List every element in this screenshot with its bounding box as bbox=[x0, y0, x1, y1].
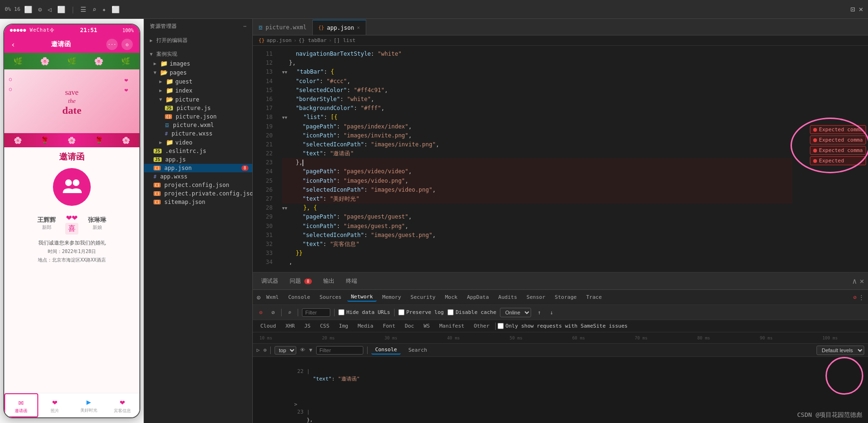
file-project-private-config[interactable]: {} project.private.config.json bbox=[144, 189, 252, 198]
eye-icon[interactable]: 👁 bbox=[300, 347, 305, 353]
console-tab-btn[interactable]: Console bbox=[371, 346, 401, 355]
devtools-record-btn[interactable]: ⊙ bbox=[257, 294, 260, 301]
network-tab-wxml[interactable]: Wxml bbox=[262, 293, 283, 301]
network-tab-storage[interactable]: Storage bbox=[551, 293, 580, 301]
network-tab-audits[interactable]: Audits bbox=[495, 293, 521, 301]
filter-ws[interactable]: WS bbox=[420, 322, 434, 330]
file-sitemap[interactable]: {} sitemap.json bbox=[144, 198, 252, 206]
devtools-tab-output[interactable]: 输出 bbox=[318, 275, 339, 287]
folder-index[interactable]: 📁 index bbox=[144, 86, 252, 95]
context-select[interactable]: top bbox=[275, 346, 296, 355]
section-open-editors[interactable]: 打开的编辑器 bbox=[144, 35, 252, 45]
search-tab-btn[interactable]: Search bbox=[404, 346, 431, 354]
hide-data-urls-checkbox[interactable] bbox=[338, 309, 344, 315]
hide-data-urls-checkbox-label[interactable]: Hide data URLs bbox=[338, 309, 390, 315]
devtools-tab-issues[interactable]: 问题 8 bbox=[285, 275, 317, 287]
network-tab-sensor[interactable]: Sensor bbox=[523, 293, 549, 301]
network-tab-memory[interactable]: Memory bbox=[378, 293, 405, 301]
filter-input[interactable] bbox=[302, 308, 330, 317]
filter-font[interactable]: Font bbox=[379, 322, 399, 330]
filter-media[interactable]: Media bbox=[354, 322, 377, 330]
network-tab-security[interactable]: Security bbox=[407, 293, 439, 301]
devtools-close-btn[interactable]: × bbox=[859, 277, 864, 286]
network-settings-icon[interactable]: ⋮ bbox=[859, 294, 864, 301]
record-btn[interactable]: ⊙ bbox=[257, 308, 265, 317]
disable-cache-checkbox-label[interactable]: Disable cache bbox=[447, 309, 496, 315]
console-circle-icon[interactable]: ⊙ bbox=[264, 347, 267, 353]
network-tab-console[interactable]: Console bbox=[284, 293, 314, 301]
console-left-icon[interactable]: ▷ bbox=[257, 347, 260, 353]
console-content[interactable]: 22 | "text": "邀请函" > 23 | }, ^ 24 | "pag… bbox=[253, 357, 868, 423]
devtools-tab-debugger[interactable]: 调试器 bbox=[257, 275, 283, 287]
close-tab-btn[interactable]: × bbox=[357, 25, 360, 30]
disable-cache-checkbox[interactable] bbox=[447, 309, 454, 315]
file-eslintrc[interactable]: JS .eslintrc.js bbox=[144, 147, 252, 155]
folder-images[interactable]: 📁 images bbox=[144, 59, 252, 68]
window-minimize[interactable]: ⊡ bbox=[851, 5, 855, 14]
toolbar-icon-4[interactable]: ⬜ bbox=[57, 6, 65, 13]
toolbar-icon-3[interactable]: ◁ bbox=[48, 6, 52, 13]
stop-btn[interactable]: ⊘ bbox=[269, 308, 277, 317]
folder-pages[interactable]: 📂 pages bbox=[144, 68, 252, 77]
file-app-js[interactable]: JS app.js bbox=[144, 155, 252, 164]
devtools-expand-btn[interactable]: ∧ bbox=[852, 277, 857, 286]
filter-cloud[interactable]: Cloud bbox=[257, 322, 280, 330]
tab-guests[interactable]: ❤ 宾客信息 bbox=[106, 393, 140, 417]
tab-photos[interactable]: ❤ 照片 bbox=[38, 393, 72, 417]
filter-js[interactable]: JS bbox=[301, 322, 314, 330]
file-picture-js[interactable]: JS picture.js bbox=[144, 104, 252, 112]
folder-picture[interactable]: 📂 picture bbox=[144, 95, 252, 104]
folder-video[interactable]: 📁 video bbox=[144, 138, 252, 147]
preserve-log-checkbox[interactable] bbox=[398, 309, 404, 315]
phone-more-icon[interactable]: ··· bbox=[106, 39, 118, 50]
preserve-log-checkbox-label[interactable]: Preserve log bbox=[398, 309, 444, 315]
export-btn[interactable]: ↓ bbox=[547, 308, 556, 317]
code-content[interactable]: navigationBarTextStyle: "white" }, ▼ "ta… bbox=[276, 46, 792, 272]
toolbar-icon-2[interactable]: ⊙ bbox=[38, 6, 42, 13]
online-select[interactable]: Online Offline bbox=[500, 308, 531, 317]
file-project-config[interactable]: {} project.config.json bbox=[144, 181, 252, 189]
filter-xhr[interactable]: XHR bbox=[282, 322, 299, 330]
network-tab-appdata[interactable]: AppData bbox=[463, 293, 492, 301]
toolbar-icon-7[interactable]: ✦ bbox=[102, 6, 106, 13]
network-tab-trace[interactable]: Trace bbox=[582, 293, 605, 301]
section-project-root[interactable]: 案例实现 bbox=[144, 49, 252, 59]
tab-app-json[interactable]: {} app.json × bbox=[313, 20, 366, 35]
phone-camera-icon[interactable]: ⊙ bbox=[121, 39, 133, 50]
toolbar-icon-6[interactable]: ⌕ bbox=[92, 6, 96, 13]
same-site-checkbox[interactable] bbox=[498, 323, 504, 329]
file-picture-json[interactable]: {} picture.json bbox=[144, 112, 252, 121]
filter-manifest[interactable]: Manifest bbox=[436, 322, 468, 330]
network-error-icon[interactable]: ⊘ bbox=[853, 294, 857, 301]
network-tab-network[interactable]: Network bbox=[347, 293, 377, 302]
tab-picture-wxml[interactable]: ☲ picture.wxml bbox=[253, 20, 313, 35]
toolbar-icon-5[interactable]: ☰ bbox=[80, 6, 86, 13]
file-picture-wxss[interactable]: # picture.wxss bbox=[144, 129, 252, 138]
import-btn[interactable]: ↑ bbox=[535, 308, 543, 317]
toolbar-icon-1[interactable]: ⬜ bbox=[24, 6, 32, 13]
search-btn[interactable]: ⌕ bbox=[285, 308, 294, 317]
tab-invitation[interactable]: ✉ 邀请函 bbox=[4, 393, 38, 417]
filter-img[interactable]: Img bbox=[335, 322, 352, 330]
network-tab-sources[interactable]: Sources bbox=[316, 293, 345, 301]
filter-css[interactable]: CSS bbox=[316, 322, 333, 330]
same-site-checkbox-label[interactable]: Only show requests with SameSite issues bbox=[498, 323, 627, 329]
file-app-wxss[interactable]: # app.wxss bbox=[144, 172, 252, 181]
file-picture-wxml[interactable]: ☲ picture.wxml bbox=[144, 121, 252, 129]
filter-other[interactable]: Other bbox=[470, 322, 493, 330]
breadcrumb-list: [] list bbox=[334, 37, 355, 43]
down-icon[interactable]: ▼ bbox=[309, 347, 312, 353]
folder-guest[interactable]: 📁 guest bbox=[144, 77, 252, 86]
console-filter-input[interactable] bbox=[316, 346, 363, 355]
nav-back-icon[interactable]: ‹ bbox=[11, 40, 16, 49]
window-close[interactable]: × bbox=[859, 5, 863, 14]
devtools-tab-terminal[interactable]: 终端 bbox=[341, 275, 362, 287]
phone-battery: 100% bbox=[122, 28, 134, 33]
default-levels-select[interactable]: Default levels bbox=[816, 346, 864, 355]
network-tab-mock[interactable]: Mock bbox=[441, 293, 462, 301]
file-app-json[interactable]: {} app.json 8 bbox=[144, 164, 252, 172]
toolbar-icon-8[interactable]: ⬜ bbox=[112, 6, 120, 13]
filter-doc[interactable]: Doc bbox=[401, 322, 418, 330]
explorer-icon-more[interactable]: ⋯ bbox=[243, 23, 247, 29]
tab-moments[interactable]: ▶ 美好时光 bbox=[72, 393, 106, 417]
